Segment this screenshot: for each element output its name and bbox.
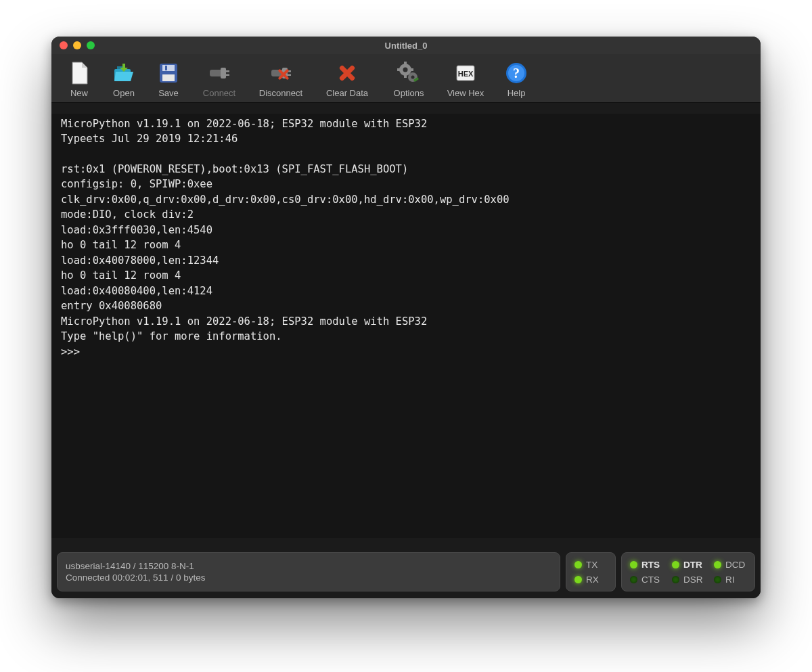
led-ri[interactable]: RI xyxy=(714,575,746,585)
led-label: RX xyxy=(586,575,599,585)
led-indicator-icon xyxy=(630,561,637,568)
new-button[interactable]: New xyxy=(57,58,102,99)
open-button[interactable]: Open xyxy=(102,58,146,99)
hex-icon: HEX xyxy=(452,60,479,87)
connect-button: Connect xyxy=(191,58,248,99)
led-indicator-icon xyxy=(672,561,679,568)
svg-rect-26 xyxy=(397,68,401,71)
minimize-window-button[interactable] xyxy=(73,41,81,49)
clear-data-button[interactable]: Clear Data xyxy=(314,58,380,99)
txrx-led-panel: TXRX xyxy=(566,552,616,591)
save-icon xyxy=(155,60,182,87)
svg-rect-7 xyxy=(162,65,175,71)
svg-text:?: ? xyxy=(513,66,520,81)
led-rts[interactable]: RTS xyxy=(630,560,662,570)
led-label: TX xyxy=(586,560,597,570)
new-file-icon xyxy=(66,60,93,87)
titlebar: Untitled_0 xyxy=(51,37,761,54)
close-window-button[interactable] xyxy=(60,41,68,49)
svg-rect-17 xyxy=(288,74,291,76)
view-hex-button[interactable]: HEX View Hex xyxy=(437,58,494,99)
led-label: RI xyxy=(725,575,735,585)
open-icon xyxy=(110,60,137,87)
options-button[interactable]: Options xyxy=(380,58,437,99)
svg-rect-11 xyxy=(221,68,226,79)
svg-marker-1 xyxy=(82,62,87,68)
toolbar: New Open Save xyxy=(51,54,761,103)
terminal-output[interactable]: MicroPython v1.19.1 on 2022-06-18; ESP32… xyxy=(51,114,761,538)
svg-rect-9 xyxy=(162,74,175,81)
connection-status: Connected 00:02:01, 511 / 0 bytes xyxy=(66,573,205,583)
led-indicator-icon xyxy=(574,561,582,568)
led-indicator-icon xyxy=(672,576,679,583)
zoom-window-button[interactable] xyxy=(87,41,95,49)
svg-rect-13 xyxy=(226,74,229,76)
led-label: DCD xyxy=(725,560,745,570)
led-label: CTS xyxy=(641,575,660,585)
disconnect-button[interactable]: Disconnect xyxy=(248,58,314,99)
toolbar-label: Save xyxy=(158,88,179,98)
gear-icon xyxy=(395,60,422,87)
help-icon: ? xyxy=(503,60,530,87)
save-button[interactable]: Save xyxy=(146,58,191,99)
svg-point-23 xyxy=(403,68,408,72)
connection-info-panel: usbserial-14140 / 115200 8-N-1 Connected… xyxy=(57,552,560,591)
port-info: usbserial-14140 / 115200 8-N-1 xyxy=(66,561,194,571)
svg-rect-27 xyxy=(410,68,413,71)
svg-rect-8 xyxy=(165,66,167,70)
toolbar-label: Help xyxy=(508,88,526,98)
toolbar-label: Clear Data xyxy=(326,88,368,98)
window-controls xyxy=(60,41,95,49)
led-dsr[interactable]: DSR xyxy=(672,575,704,585)
led-label: DTR xyxy=(683,560,702,570)
toolbar-label: Open xyxy=(113,88,135,98)
led-indicator-icon xyxy=(714,576,721,583)
help-button[interactable]: ? Help xyxy=(494,58,539,99)
svg-rect-12 xyxy=(226,70,229,72)
led-rx: RX xyxy=(574,575,607,585)
toolbar-label: Options xyxy=(394,88,424,98)
toolbar-label: Connect xyxy=(203,88,235,98)
toolbar-label: View Hex xyxy=(447,88,484,98)
connect-icon xyxy=(206,60,233,87)
svg-rect-24 xyxy=(404,62,407,65)
svg-point-29 xyxy=(411,76,415,79)
led-dcd[interactable]: DCD xyxy=(714,560,746,570)
clear-icon xyxy=(334,60,361,87)
led-indicator-icon xyxy=(630,576,637,583)
flowcontrol-led-panel: RTSDTRDCDCTSDSRRI xyxy=(621,552,755,591)
disconnect-icon xyxy=(267,60,294,87)
svg-text:HEX: HEX xyxy=(458,70,474,78)
window-title: Untitled_0 xyxy=(385,41,428,51)
svg-rect-25 xyxy=(404,74,407,78)
toolbar-label: Disconnect xyxy=(259,88,302,98)
led-cts[interactable]: CTS xyxy=(630,575,662,585)
svg-marker-4 xyxy=(114,72,133,81)
led-label: DSR xyxy=(683,575,703,585)
led-label: RTS xyxy=(641,560,660,570)
led-indicator-icon xyxy=(574,576,582,583)
app-window: Untitled_0 New Open xyxy=(51,37,761,598)
statusbar: usbserial-14140 / 115200 8-N-1 Connected… xyxy=(51,548,761,598)
toolbar-label: New xyxy=(70,88,88,98)
led-dtr[interactable]: DTR xyxy=(672,560,704,570)
led-tx: TX xyxy=(574,560,607,570)
led-indicator-icon xyxy=(714,561,721,568)
